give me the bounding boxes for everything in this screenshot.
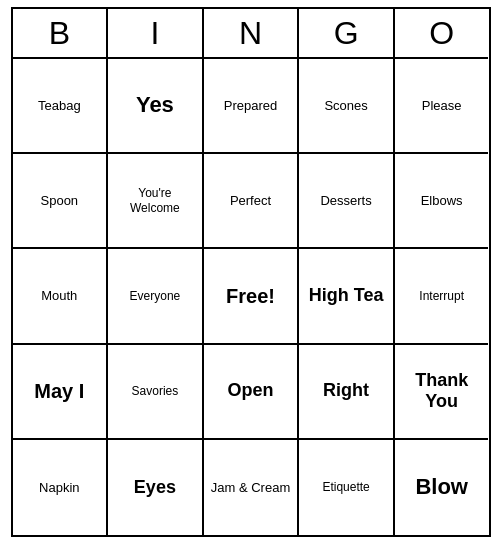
bingo-row-2: MouthEveryoneFree!High TeaInterrupt bbox=[13, 249, 489, 344]
bingo-row-3: May ISavoriesOpenRightThank You bbox=[13, 345, 489, 440]
bingo-cell-r2-c4: Interrupt bbox=[395, 249, 489, 344]
bingo-cell-r2-c0: Mouth bbox=[13, 249, 109, 344]
bingo-row-0: TeabagYesPreparedSconesPlease bbox=[13, 59, 489, 154]
bingo-cell-r4-c2: Jam & Cream bbox=[204, 440, 300, 535]
bingo-cell-r3-c1: Savories bbox=[108, 345, 204, 440]
bingo-card: BINGO TeabagYesPreparedSconesPleaseSpoon… bbox=[11, 7, 491, 537]
bingo-cell-r4-c1: Eyes bbox=[108, 440, 204, 535]
bingo-cell-r3-c2: Open bbox=[204, 345, 300, 440]
header-letter-n: N bbox=[204, 9, 300, 59]
bingo-cell-r4-c3: Etiquette bbox=[299, 440, 395, 535]
bingo-cell-r2-c2: Free! bbox=[204, 249, 300, 344]
bingo-cell-r1-c4: Elbows bbox=[395, 154, 489, 249]
bingo-cell-r0-c1: Yes bbox=[108, 59, 204, 154]
bingo-cell-r1-c2: Perfect bbox=[204, 154, 300, 249]
bingo-row-4: NapkinEyesJam & CreamEtiquetteBlow bbox=[13, 440, 489, 535]
bingo-header: BINGO bbox=[13, 9, 489, 59]
bingo-cell-r1-c1: You're Welcome bbox=[108, 154, 204, 249]
bingo-cell-r2-c1: Everyone bbox=[108, 249, 204, 344]
header-letter-b: B bbox=[13, 9, 109, 59]
bingo-cell-r4-c0: Napkin bbox=[13, 440, 109, 535]
bingo-cell-r3-c3: Right bbox=[299, 345, 395, 440]
bingo-cell-r0-c0: Teabag bbox=[13, 59, 109, 154]
bingo-cell-r0-c3: Scones bbox=[299, 59, 395, 154]
bingo-cell-r3-c4: Thank You bbox=[395, 345, 489, 440]
bingo-row-1: SpoonYou're WelcomePerfectDessertsElbows bbox=[13, 154, 489, 249]
header-letter-i: I bbox=[108, 9, 204, 59]
bingo-cell-r4-c4: Blow bbox=[395, 440, 489, 535]
header-letter-o: O bbox=[395, 9, 489, 59]
header-letter-g: G bbox=[299, 9, 395, 59]
bingo-cell-r2-c3: High Tea bbox=[299, 249, 395, 344]
bingo-grid: TeabagYesPreparedSconesPleaseSpoonYou're… bbox=[13, 59, 489, 535]
bingo-cell-r3-c0: May I bbox=[13, 345, 109, 440]
bingo-cell-r1-c0: Spoon bbox=[13, 154, 109, 249]
bingo-cell-r1-c3: Desserts bbox=[299, 154, 395, 249]
bingo-cell-r0-c4: Please bbox=[395, 59, 489, 154]
bingo-cell-r0-c2: Prepared bbox=[204, 59, 300, 154]
